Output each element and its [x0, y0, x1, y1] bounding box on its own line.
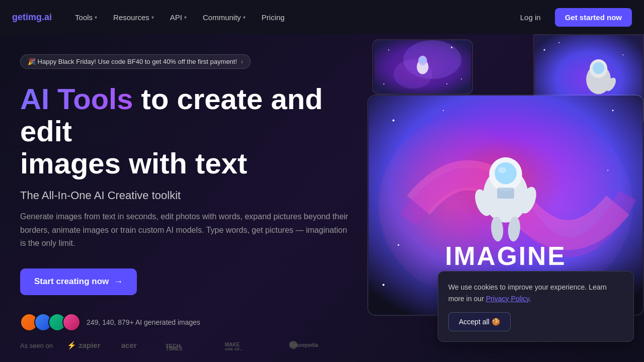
svg-point-24: [544, 49, 545, 51]
svg-point-44: [382, 284, 384, 286]
get-started-button[interactable]: Get started now: [555, 8, 632, 27]
hero-subtitle: The All-In-One AI Creative toolkit: [20, 189, 352, 202]
social-proof-text: 249, 140, 879+ AI generated images: [87, 318, 200, 326]
privacy-policy-link[interactable]: Privacy Policy: [486, 295, 529, 303]
svg-rect-39: [497, 188, 514, 199]
nav-links: Tools ▾ Resources ▾ API ▾ Community ▾ Pr…: [68, 9, 514, 26]
svg-point-18: [446, 83, 447, 84]
cookie-text: We use cookies to improve your experienc…: [448, 282, 623, 304]
svg-point-11: [417, 60, 428, 74]
svg-point-9: [403, 40, 461, 79]
chevron-down-icon: ▾: [243, 15, 246, 20]
svg-point-26: [622, 54, 623, 55]
logo-ai: ai: [44, 12, 52, 22]
nav-item-resources[interactable]: Resources ▾: [106, 9, 161, 26]
svg-point-27: [539, 108, 540, 110]
nav-item-pricing[interactable]: Pricing: [255, 9, 292, 26]
chevron-down-icon: ▾: [95, 15, 97, 20]
hero-heading-gradient: AI Tools: [20, 82, 133, 115]
svg-point-21: [590, 59, 607, 78]
svg-rect-8: [374, 40, 471, 94]
site-logo[interactable]: getimg.ai: [12, 12, 52, 23]
svg-point-14: [388, 49, 389, 50]
svg-point-37: [490, 216, 504, 242]
cookie-accept-button[interactable]: Accept all 🍪: [448, 312, 511, 331]
svg-point-42: [392, 120, 394, 122]
svg-point-29: [378, 116, 558, 295]
nav-item-api[interactable]: API ▾: [163, 9, 194, 26]
main-content: 🎉 Happy Black Friday! Use code BF40 to g…: [0, 34, 644, 362]
chevron-down-icon: ▾: [151, 15, 154, 20]
svg-text:IMAGINE: IMAGINE: [445, 241, 566, 270]
svg-point-15: [451, 47, 452, 48]
social-proof: 249, 140, 879+ AI generated images: [20, 313, 352, 331]
hero-description: Generate images from text in seconds, ed…: [20, 210, 352, 250]
svg-point-13: [420, 57, 426, 63]
svg-point-33: [495, 162, 517, 185]
nav-item-tools[interactable]: Tools ▾: [68, 9, 104, 26]
svg-point-36: [472, 187, 495, 218]
svg-point-32: [489, 157, 522, 191]
svg-point-10: [393, 60, 432, 89]
hero-left: 🎉 Happy Black Friday! Use code BF40 to g…: [0, 34, 372, 362]
svg-point-20: [586, 65, 611, 95]
svg-rect-19: [534, 35, 642, 124]
svg-point-16: [461, 78, 462, 79]
svg-point-35: [517, 185, 539, 216]
cookie-banner: We use cookies to improve your experienc…: [438, 271, 634, 342]
start-creating-button[interactable]: Start creating now →: [20, 268, 137, 295]
logo-text: getimg: [12, 12, 42, 22]
svg-point-17: [383, 83, 384, 84]
svg-point-48: [443, 110, 444, 111]
svg-point-12: [418, 56, 427, 65]
hero-heading: AI Tools to create and editimages with t…: [20, 83, 352, 179]
svg-point-47: [397, 244, 399, 246]
nav-actions: Log in Get started now: [514, 8, 632, 27]
promo-text: 🎉 Happy Black Friday! Use code BF40 to g…: [28, 58, 237, 65]
svg-point-34: [498, 167, 506, 173]
chevron-right-icon: ›: [241, 58, 243, 65]
nav-item-community[interactable]: Community ▾: [196, 9, 253, 26]
svg-point-43: [612, 110, 614, 111]
hero-image-card-1: [372, 39, 473, 95]
svg-point-30: [453, 116, 633, 295]
avatar: [62, 313, 80, 331]
hero-image-card-2: [533, 34, 644, 125]
login-button[interactable]: Log in: [514, 9, 547, 26]
chevron-down-icon: ▾: [184, 15, 187, 20]
avatar-group: [20, 313, 80, 331]
start-creating-label: Start creating now: [34, 277, 109, 287]
svg-point-22: [593, 62, 604, 74]
svg-point-25: [558, 42, 559, 43]
arrow-right-icon: →: [114, 277, 123, 287]
promo-banner[interactable]: 🎉 Happy Black Friday! Use code BF40 to g…: [20, 54, 251, 69]
svg-point-31: [483, 168, 528, 223]
navbar: getimg.ai Tools ▾ Resources ▾ API ▾ Comm…: [0, 0, 644, 34]
svg-point-46: [607, 170, 608, 171]
svg-point-38: [507, 216, 521, 242]
svg-point-23: [604, 76, 618, 93]
